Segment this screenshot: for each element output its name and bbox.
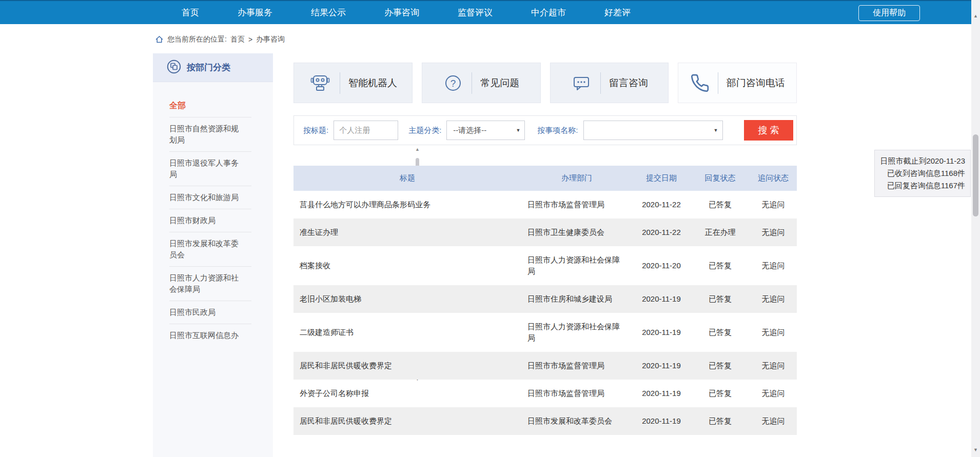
row-date: 2020-11-19 [632, 407, 691, 435]
category-icon [166, 59, 182, 76]
row-follow-status: 无追问 [750, 407, 797, 435]
sidebar-item[interactable]: 日照市发展和改革委员会 [169, 232, 251, 267]
nav-item-consult[interactable]: 办事咨询 [384, 7, 419, 18]
table-row[interactable]: 档案接收 日照市人力资源和社会保障局 2020-11-20 已答复 无追问 [293, 246, 797, 285]
row-department: 日照市市场监督管理局 [521, 191, 632, 218]
table-row[interactable]: 准生证办理 日照市卫生健康委员会 2020-11-22 正在办理 无追问 [293, 218, 797, 246]
sidebar-item[interactable]: 日照市互联网信息办 [169, 324, 251, 347]
breadcrumb-separator: > [248, 35, 252, 44]
divider [718, 72, 718, 94]
table-row[interactable]: 居民和非居民供暖收费界定 日照市发展和改革委员会 2020-11-19 已答复 … [293, 407, 797, 435]
nav-items: 首页 办事服务 结果公示 办事咨询 监督评议 中介超市 好差评 [0, 7, 631, 18]
page-scrollbar: ▲ ▼ [971, 0, 980, 457]
row-date: 2020-11-22 [632, 191, 691, 218]
sidebar-item[interactable]: 日照市文化和旅游局 [169, 186, 251, 209]
row-follow-status: 无追问 [750, 285, 797, 313]
page-scrollbar-thumb[interactable] [973, 134, 978, 216]
category-label: 主题分类: [408, 126, 441, 135]
sidebar-list: 全部 日照市自然资源和规划局 日照市退役军人事务局 日照市文化和旅游局 日照市财… [153, 82, 273, 347]
consult-channel-tabs: 智能机器人 ? 常见问题 [293, 63, 797, 103]
svg-text:?: ? [450, 77, 456, 88]
tab-leave-message[interactable]: 留言咨询 [550, 63, 669, 103]
table-row[interactable]: 二级建造师证书 日照市人力资源和社会保障局 2020-11-19 已答复 无追问 [293, 313, 797, 352]
row-follow-status: 无追问 [750, 352, 797, 380]
row-department: 日照市人力资源和社会保障局 [521, 246, 632, 285]
item-name-select[interactable]: ▼ [583, 121, 723, 140]
breadcrumb-home-link[interactable]: 首页 [230, 35, 245, 44]
sidebar-item[interactable]: 日照市民政局 [169, 301, 251, 324]
nav-item-home[interactable]: 首页 [182, 7, 199, 18]
message-icon [571, 72, 592, 94]
nav-item-supervision[interactable]: 监督评议 [458, 7, 493, 18]
tab-department-phone[interactable]: 部门咨询电话 [678, 63, 797, 103]
row-title[interactable]: 档案接收 [293, 246, 521, 285]
nav-item-rating[interactable]: 好差评 [604, 7, 631, 18]
row-follow-status: 无追问 [750, 191, 797, 218]
tab-label: 部门咨询电话 [727, 76, 785, 90]
col-header-department: 办理部门 [521, 166, 632, 191]
row-department: 日照市住房和城乡建设局 [521, 285, 632, 313]
row-department: 日照市人力资源和社会保障局 [521, 313, 632, 352]
row-title[interactable]: 居民和非居民供暖收费界定 [293, 352, 521, 380]
row-title[interactable]: 莒县什么地方可以办理商品条形码业务 [293, 191, 521, 218]
breadcrumb: 您当前所在的位置: 首页 > 办事咨询 [155, 25, 285, 53]
table-row[interactable]: 老旧小区加装电梯 日照市住房和城乡建设局 2020-11-19 已答复 无追问 [293, 285, 797, 313]
row-title[interactable]: 准生证办理 [293, 218, 521, 246]
row-title[interactable]: 外资子公司名称申报 [293, 380, 521, 407]
col-header-reply-status: 回复状态 [691, 166, 750, 191]
nav-item-services[interactable]: 办事服务 [238, 7, 272, 18]
row-date: 2020-11-19 [632, 285, 691, 313]
row-reply-status: 已答复 [691, 313, 750, 352]
row-date: 2020-11-22 [632, 218, 691, 246]
consultation-table: 标题 办理部门 提交日期 回复状态 追问状态 莒县什么地方可以办理商品条形码业务… [293, 166, 797, 435]
scroll-down-icon[interactable]: ▼ [973, 447, 978, 452]
sidebar-item[interactable]: 日照市退役军人事务局 [169, 152, 251, 186]
sidebar-item[interactable]: 日照市财政局 [169, 209, 251, 232]
divider [600, 72, 601, 94]
col-header-title: 标题 [293, 166, 521, 191]
row-title[interactable]: 老旧小区加装电梯 [293, 285, 521, 313]
help-button[interactable]: 使用帮助 [858, 5, 920, 21]
chevron-down-icon: ▼ [714, 128, 718, 133]
row-department: 日照市市场监督管理局 [521, 380, 632, 407]
tab-label: 留言咨询 [609, 76, 648, 90]
top-nav: 首页 办事服务 结果公示 办事咨询 监督评议 中介超市 好差评 使用帮助 [0, 0, 971, 24]
search-button[interactable]: 搜 索 [744, 120, 793, 141]
row-department: 日照市卫生健康委员会 [521, 218, 632, 246]
row-title[interactable]: 居民和非居民供暖收费界定 [293, 407, 521, 435]
row-reply-status: 正在办理 [691, 218, 750, 246]
row-department: 日照市市场监督管理局 [521, 352, 632, 380]
row-date: 2020-11-20 [632, 246, 691, 285]
nav-item-results[interactable]: 结果公示 [311, 7, 346, 18]
col-header-date: 提交日期 [632, 166, 691, 191]
col-header-follow-status: 追问状态 [750, 166, 797, 191]
tab-smart-robot[interactable]: 智能机器人 [293, 63, 413, 103]
row-follow-status: 无追问 [750, 246, 797, 285]
sidebar-item[interactable]: 日照市自然资源和规划局 [169, 117, 251, 152]
divider [340, 72, 340, 94]
search-bar: 按标题: 主题分类: --请选择-- ▼ 按事项名称: ▼ 搜 索 [293, 115, 797, 145]
home-icon [155, 35, 164, 44]
chevron-down-icon: ▼ [516, 128, 520, 133]
table-row[interactable]: 莒县什么地方可以办理商品条形码业务 日照市市场监督管理局 2020-11-22 … [293, 191, 797, 218]
row-title[interactable]: 二级建造师证书 [293, 313, 521, 352]
table-row[interactable]: 外资子公司名称申报 日照市市场监督管理局 2020-11-19 已答复 无追问 [293, 380, 797, 407]
sidebar-department-filter: 按部门分类 全部 日照市自然资源和规划局 日照市退役军人事务局 日照市文化和旅游… [153, 53, 273, 457]
robot-icon [309, 72, 331, 94]
sidebar-item-all[interactable]: 全部 [169, 94, 251, 117]
title-search-input[interactable] [334, 121, 398, 140]
sidebar-item[interactable]: 日照市人力资源和社会保障局 [169, 267, 251, 301]
scroll-up-icon[interactable]: ▲ [973, 13, 978, 18]
divider [472, 72, 472, 94]
row-follow-status: 无追问 [750, 218, 797, 246]
category-select-value: --请选择-- [453, 126, 486, 135]
tab-faq[interactable]: ? 常见问题 [422, 63, 541, 103]
table-header-row: 标题 办理部门 提交日期 回复状态 追问状态 [293, 166, 797, 191]
tab-label: 常见问题 [480, 76, 519, 90]
row-date: 2020-11-19 [632, 313, 691, 352]
row-reply-status: 已答复 [691, 352, 750, 380]
table-row[interactable]: 居民和非居民供暖收费界定 日照市市场监督管理局 2020-11-19 已答复 无… [293, 352, 797, 380]
breadcrumb-label: 您当前所在的位置: [167, 35, 227, 44]
nav-item-agency-market[interactable]: 中介超市 [531, 7, 566, 18]
category-select[interactable]: --请选择-- ▼ [446, 121, 525, 140]
